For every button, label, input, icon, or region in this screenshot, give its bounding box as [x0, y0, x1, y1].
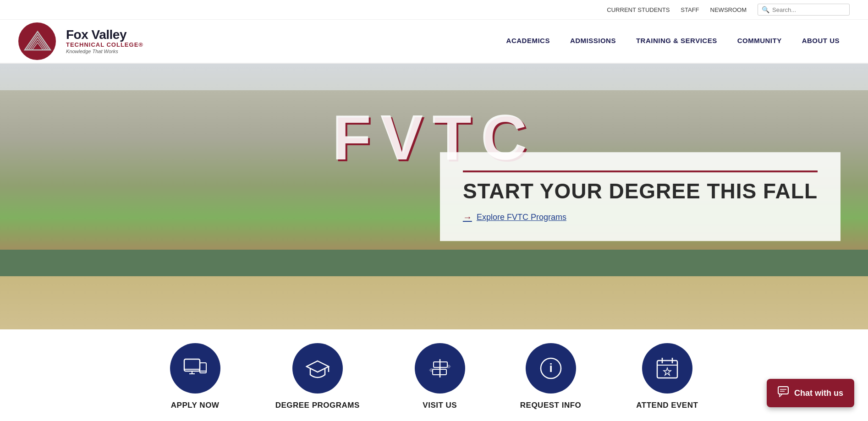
main-nav: Fox Valley TECHNICAL COLLEGE® Knowledge … — [0, 20, 868, 64]
newsroom-link[interactable]: NEWSROOM — [710, 6, 747, 13]
hero-title: START YOUR DEGREE THIS FALL — [463, 170, 818, 203]
college-tagline: Knowledge That Works — [66, 49, 143, 54]
attend-event-icon — [642, 343, 692, 394]
hero-section: FVTC START YOUR DEGREE THIS FALL → Explo… — [0, 64, 868, 329]
svg-rect-21 — [657, 361, 677, 378]
info-icon: i — [539, 356, 563, 380]
arrow-icon: → — [463, 212, 472, 223]
hero-overlay: START YOUR DEGREE THIS FALL → Explore FV… — [440, 152, 841, 241]
nav-training-services[interactable]: TRAINING & SERVICES — [626, 20, 727, 63]
apply-now-link[interactable]: APPLY NOW — [143, 343, 248, 410]
chat-button[interactable]: Chat with us — [767, 379, 854, 407]
signpost-icon — [428, 358, 452, 378]
visit-us-link[interactable]: VISIT US — [387, 343, 493, 410]
degree-programs-link[interactable]: DEGREE PROGRAMS — [248, 343, 387, 410]
nav-admissions[interactable]: ADMISSIONS — [560, 20, 626, 63]
attend-event-label: ATTEND EVENT — [636, 401, 698, 410]
current-students-link[interactable]: CURRENT STUDENTS — [607, 6, 670, 13]
request-info-icon: i — [526, 343, 576, 394]
calendar-icon — [655, 357, 679, 380]
request-info-link[interactable]: i REQUEST INFO — [493, 343, 609, 410]
logo-text: Fox Valley TECHNICAL COLLEGE® Knowledge … — [66, 28, 143, 54]
request-info-label: REQUEST INFO — [520, 401, 582, 410]
visit-us-label: VISIT US — [423, 401, 457, 410]
nav-community[interactable]: COMMUNITY — [727, 20, 792, 63]
apply-now-icon — [170, 343, 220, 394]
svg-marker-18 — [429, 368, 433, 372]
nav-about-us[interactable]: ABOUT US — [792, 20, 850, 63]
search-box: 🔍 — [758, 4, 850, 16]
logo[interactable]: Fox Valley TECHNICAL COLLEGE® Knowledge … — [18, 22, 143, 60]
logo-icon — [18, 22, 56, 60]
apply-now-label: APPLY NOW — [171, 401, 220, 410]
attend-event-link[interactable]: ATTEND EVENT — [609, 343, 725, 410]
graduation-cap-icon — [306, 358, 330, 378]
degree-programs-label: DEGREE PROGRAMS — [275, 401, 360, 410]
chat-icon — [778, 386, 790, 400]
visit-us-icon — [415, 343, 465, 394]
college-name-line2: TECHNICAL COLLEGE® — [66, 41, 143, 49]
nav-academics[interactable]: ACADEMICS — [496, 20, 560, 63]
chat-bubble-icon — [778, 386, 790, 397]
chat-label: Chat with us — [794, 388, 843, 398]
college-name-line1: Fox Valley — [66, 28, 143, 41]
svg-point-0 — [18, 22, 56, 60]
staff-link[interactable]: STAFF — [681, 6, 699, 13]
svg-marker-25 — [664, 368, 671, 375]
explore-programs-link[interactable]: → Explore FVTC Programs — [463, 212, 818, 223]
top-bar: CURRENT STUDENTS STAFF NEWSROOM 🔍 — [0, 0, 868, 20]
search-icon: 🔍 — [762, 6, 769, 13]
nav-links: ACADEMICS ADMISSIONS TRAINING & SERVICES… — [496, 20, 850, 63]
quick-links: APPLY NOW DEGREE PROGRAMS VISIT US — [0, 329, 868, 421]
svg-marker-16 — [447, 365, 451, 368]
devices-icon — [183, 358, 207, 378]
svg-text:i: i — [549, 361, 552, 375]
degree-programs-icon — [292, 343, 343, 394]
svg-rect-26 — [778, 387, 788, 394]
search-input[interactable] — [772, 6, 846, 13]
explore-programs-label: Explore FVTC Programs — [477, 213, 566, 222]
